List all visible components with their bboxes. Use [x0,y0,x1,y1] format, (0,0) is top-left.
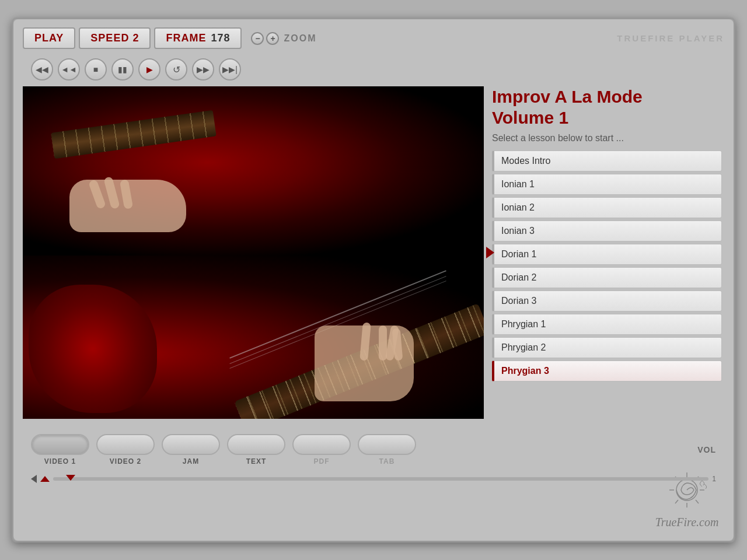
lesson-item[interactable]: Ionian 3 [492,220,722,242]
frame-value: 178 [211,32,230,44]
guitar-image-bottom [23,256,484,419]
view-btn-text[interactable]: TEXT [227,434,285,466]
view-btn-pill [96,434,155,455]
progress-bar-area: 1 [19,473,728,485]
zoom-out-button[interactable]: − [251,32,264,45]
view-btn-video1[interactable]: VIDEO 1 [31,434,89,466]
main-content: Improv A La Mode Volume 1 Select a lesso… [19,86,728,425]
lesson-item[interactable]: Phrygian 2 [492,337,722,358]
view-btn-label: TEXT [246,457,267,466]
skip-to-end-button[interactable]: ▶▶| [219,58,241,80]
progress-position-marker[interactable] [40,476,50,482]
speed-value: 2 [132,32,139,44]
lesson-list: Modes IntroIonian 1Ionian 2Ionian 3Doria… [492,150,722,382]
view-btn-jam[interactable]: JAM [162,434,220,466]
fast-forward-button[interactable]: ▶▶ [192,58,214,80]
video-top [23,86,484,256]
transport-bar: ◀◀ ◄◄ ■ ▮▮ ▶ ↺ ▶▶ ▶▶| [19,56,728,83]
video-area [23,86,484,419]
rewind-button[interactable]: ◄◄ [58,58,80,80]
play-transport-button[interactable]: ▶ [138,58,160,80]
top-bar: PLAY SPEED 2 FRAME 178 − + ZOOM TRUEFIRE… [19,25,728,51]
view-btn-video2[interactable]: VIDEO 2 [96,434,155,466]
zoom-controls: − + ZOOM [251,32,316,45]
skip-to-start-button[interactable]: ◀◀ [31,58,53,80]
view-btn-label: TAB [379,457,395,466]
view-btn-label: PDF [314,457,330,466]
bottom-bar: VIDEO 1VIDEO 2JAMTEXTPDFTABVOL [19,429,728,470]
speed-button[interactable]: SPEED 2 [79,27,151,49]
stop-button[interactable]: ■ [85,58,107,80]
view-btn-pill [358,434,416,455]
view-btn-pill [292,434,351,455]
player-title: TRUEFIRE PLAYER [617,33,724,43]
video-bottom [23,256,484,419]
progress-thumb [66,475,75,481]
svg-line-6 [675,500,678,503]
lesson-item[interactable]: Dorian 2 [492,267,722,288]
lesson-item[interactable]: Ionian 1 [492,174,722,195]
zoom-in-button[interactable]: + [266,32,279,45]
view-btn-pdf[interactable]: PDF [292,434,351,466]
view-btn-pill [227,434,285,455]
view-btn-label: VIDEO 1 [44,457,76,466]
frame-label: FRAME [166,32,206,44]
frame-display: FRAME 178 [154,27,242,49]
lesson-item[interactable]: Ionian 2 [492,197,722,218]
lesson-item[interactable]: Dorian 1 [492,244,722,265]
lesson-item[interactable]: Phrygian 1 [492,314,722,335]
pause-button[interactable]: ▮▮ [111,58,134,80]
svg-line-4 [696,500,699,503]
view-btn-pill [162,434,220,455]
loop-button[interactable]: ↺ [165,58,187,80]
view-btn-pill [31,434,89,455]
right-panel: Improv A La Mode Volume 1 Select a lesso… [490,86,724,425]
progress-track[interactable] [53,477,708,481]
course-subtitle: Select a lesson below to start ... [492,133,722,144]
guitar-image-top [23,86,484,256]
lesson-item[interactable]: Dorian 3 [492,290,722,312]
lesson-item[interactable]: Modes Intro [492,150,722,172]
vol-label: VOL [697,445,716,454]
progress-end: 1 [712,475,716,483]
logo-text: TrueFire.com [652,516,722,529]
view-btn-tab[interactable]: TAB [358,434,416,466]
play-button[interactable]: PLAY [23,27,75,49]
course-title: Improv A La Mode Volume 1 [492,86,722,128]
lesson-item[interactable]: Phrygian 3 [492,360,722,382]
video-scroll-arrow[interactable] [486,247,494,258]
view-btn-label: JAM [183,457,199,466]
progress-start-arrow[interactable] [31,475,37,483]
zoom-label: ZOOM [284,33,316,44]
speed-label: SPEED [90,32,129,44]
view-btn-label: VIDEO 2 [110,457,141,466]
